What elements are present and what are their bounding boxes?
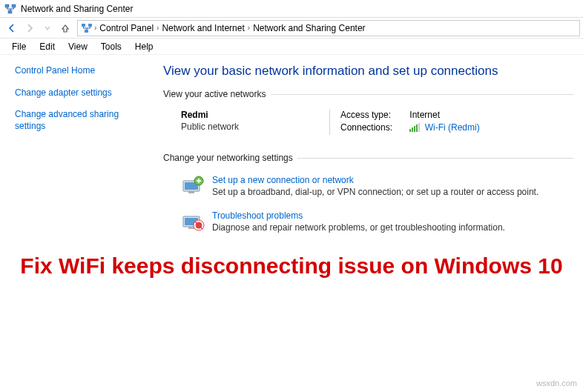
watermark: wsxdn.com — [536, 379, 577, 388]
breadcrumb-root-icon — [81, 22, 93, 34]
option-troubleshoot: Troubleshoot problems Diagnose and repai… — [163, 205, 574, 240]
recent-dropdown[interactable] — [39, 19, 56, 37]
network-type: Public network — [181, 122, 329, 132]
network-center-icon — [4, 3, 16, 15]
breadcrumb-control-panel[interactable]: Control Panel — [98, 23, 155, 33]
svg-rect-10 — [418, 123, 420, 132]
svg-rect-9 — [416, 124, 418, 132]
active-networks-group: View your active networks — [163, 89, 574, 99]
menu-help[interactable]: Help — [129, 40, 159, 53]
menu-tools[interactable]: Tools — [95, 40, 128, 53]
divider — [271, 94, 574, 95]
change-networking-label: Change your networking settings — [163, 153, 293, 163]
svg-rect-7 — [412, 127, 413, 132]
menu-bar: File Edit View Tools Help — [0, 39, 583, 55]
svg-rect-5 — [85, 30, 88, 33]
setup-connection-desc: Set up a broadband, dial-up, or VPN conn… — [212, 187, 538, 197]
access-type-label: Access type: — [340, 110, 407, 120]
svg-rect-13 — [188, 191, 194, 193]
page-heading: View your basic network information and … — [163, 64, 574, 79]
troubleshoot-link[interactable]: Troubleshoot problems — [212, 210, 505, 221]
change-networking-section: Change your networking settings Set up a… — [163, 153, 574, 240]
troubleshoot-icon — [181, 210, 205, 234]
breadcrumb-network-sharing-center[interactable]: Network and Sharing Center — [251, 23, 366, 33]
up-button[interactable] — [58, 21, 73, 36]
active-networks-label: View your active networks — [163, 89, 266, 99]
breadcrumb[interactable]: › Control Panel › Network and Internet ›… — [77, 20, 580, 36]
access-type-value: Internet — [409, 110, 440, 120]
troubleshoot-desc: Diagnose and repair network problems, or… — [212, 222, 505, 233]
connections-label: Connections: — [340, 122, 407, 133]
sidebar-advanced[interactable]: Change advanced sharing settings — [15, 109, 148, 132]
svg-rect-2 — [8, 10, 12, 13]
sidebar: Control Panel Home Change adapter settin… — [0, 55, 156, 240]
content-body: Control Panel Home Change adapter settin… — [0, 55, 583, 240]
chevron-right-icon[interactable]: › — [155, 24, 160, 32]
svg-rect-8 — [414, 126, 415, 132]
svg-rect-1 — [12, 4, 16, 7]
network-entry: Redmi Public network Access type: Intern… — [163, 105, 574, 145]
network-details: Access type: Internet Connections: — [329, 110, 571, 135]
svg-rect-3 — [82, 24, 85, 27]
forward-button[interactable] — [21, 19, 39, 37]
menu-edit[interactable]: Edit — [33, 40, 61, 53]
network-name: Redmi — [181, 110, 329, 120]
overlay-caption: Fix WiFi keeps disconnecting issue on Wi… — [0, 240, 583, 298]
chevron-right-icon[interactable]: › — [93, 24, 98, 32]
window-title: Network and Sharing Center — [21, 4, 133, 14]
address-bar: › Control Panel › Network and Internet ›… — [0, 18, 583, 39]
svg-rect-0 — [5, 4, 9, 7]
svg-rect-4 — [88, 24, 92, 27]
svg-rect-6 — [409, 129, 411, 132]
connection-link[interactable]: Wi-Fi (Redmi) — [425, 122, 480, 133]
titlebar: Network and Sharing Center — [0, 0, 583, 18]
setup-connection-link[interactable]: Set up a new connection or network — [212, 175, 538, 185]
network-identity: Redmi Public network — [181, 110, 329, 135]
divider — [297, 158, 574, 159]
breadcrumb-network-internet[interactable]: Network and Internet — [160, 23, 246, 33]
sidebar-home[interactable]: Control Panel Home — [15, 65, 148, 77]
back-button[interactable] — [3, 19, 21, 37]
option-setup-connection: Set up a new connection or network Set u… — [163, 169, 574, 205]
sidebar-adapter[interactable]: Change adapter settings — [15, 87, 148, 99]
menu-view[interactable]: View — [62, 40, 93, 53]
setup-connection-icon — [181, 175, 205, 199]
chevron-right-icon[interactable]: › — [246, 24, 251, 32]
menu-file[interactable]: File — [6, 40, 32, 53]
main-panel: View your basic network information and … — [156, 55, 583, 240]
svg-rect-17 — [188, 227, 194, 229]
wifi-signal-icon — [409, 123, 420, 132]
